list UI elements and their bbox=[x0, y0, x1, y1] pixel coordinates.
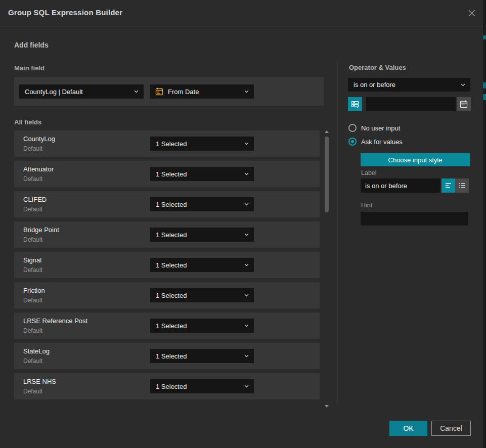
field-sublabel: Default bbox=[23, 145, 42, 152]
field-name: LRSE Reference Post bbox=[23, 317, 87, 325]
value-input[interactable] bbox=[366, 97, 456, 111]
unique-values-button[interactable] bbox=[348, 97, 362, 111]
field-selected-count: 1 Selected bbox=[150, 352, 187, 360]
field-selected-count: 1 Selected bbox=[150, 322, 187, 330]
calendar-picker-button[interactable] bbox=[457, 97, 471, 111]
chevron-down-icon bbox=[244, 233, 249, 236]
field-name: StateLog bbox=[23, 347, 50, 355]
chevron-down-icon bbox=[244, 203, 249, 206]
radio-circle-checked-icon bbox=[348, 138, 357, 146]
field-row: CountyLog Default 1 Selected bbox=[14, 130, 320, 157]
field-name: CountyLog bbox=[23, 135, 55, 143]
main-field-field-dropdown[interactable]: From Date bbox=[150, 84, 254, 99]
field-row: Signal Default 1 Selected bbox=[14, 252, 320, 278]
field-name: Bridge Point bbox=[23, 226, 59, 234]
list-style-icon-button[interactable] bbox=[455, 178, 469, 193]
field-row: StateLog Default 1 Selected bbox=[14, 343, 320, 369]
chevron-down-icon bbox=[244, 172, 249, 175]
field-sublabel: Default bbox=[23, 327, 42, 334]
field-selected-count: 1 Selected bbox=[150, 292, 187, 299]
panel-divider bbox=[337, 60, 337, 405]
field-selected-count: 1 Selected bbox=[150, 201, 187, 208]
field-selected-count: 1 Selected bbox=[150, 140, 187, 148]
field-row: Friction Default 1 Selected bbox=[14, 282, 320, 308]
background-fragment bbox=[483, 82, 486, 88]
chevron-down-icon bbox=[244, 263, 249, 266]
main-field-dataset-value: CountyLog | Default bbox=[19, 88, 83, 96]
field-selection-dropdown[interactable]: 1 Selected bbox=[150, 258, 254, 272]
chevron-down-icon bbox=[244, 90, 249, 93]
field-selected-count: 1 Selected bbox=[150, 170, 187, 178]
field-selection-dropdown[interactable]: 1 Selected bbox=[150, 228, 254, 242]
operator-value: is on or before bbox=[348, 81, 395, 88]
field-list-scrollbar[interactable] bbox=[323, 129, 330, 408]
choose-input-style-button[interactable]: Choose input style bbox=[361, 153, 470, 166]
label-caption: Label bbox=[361, 169, 377, 176]
chevron-down-icon bbox=[461, 83, 465, 86]
scroll-down-icon[interactable] bbox=[325, 405, 329, 408]
ok-button[interactable]: OK bbox=[389, 421, 427, 436]
field-selected-count: 1 Selected bbox=[150, 261, 187, 269]
all-fields-list: CountyLog Default 1 Selected Attenuator … bbox=[14, 130, 320, 404]
label-input[interactable] bbox=[361, 178, 440, 193]
field-selection-dropdown[interactable]: 1 Selected bbox=[150, 167, 254, 181]
field-sublabel: Default bbox=[23, 357, 42, 365]
field-selection-dropdown[interactable]: 1 Selected bbox=[150, 349, 254, 363]
all-fields-label: All fields bbox=[14, 118, 41, 126]
field-row: LRSE Reference Post Default 1 Selected bbox=[14, 312, 320, 339]
chevron-down-icon bbox=[244, 294, 249, 297]
hint-input[interactable] bbox=[361, 212, 468, 226]
scroll-up-icon[interactable] bbox=[325, 130, 329, 133]
scrollbar-thumb[interactable] bbox=[325, 137, 329, 212]
hint-caption: Hint bbox=[361, 202, 372, 209]
field-sublabel: Default bbox=[23, 236, 42, 243]
field-row: LRSE NHS Default 1 Selected bbox=[14, 373, 320, 399]
group-sql-expression-builder-dialog: Group SQL Expression Builder Add fields … bbox=[0, 0, 483, 448]
calendar-icon bbox=[155, 87, 163, 96]
radio-ask-for-values[interactable]: Ask for values bbox=[348, 138, 403, 146]
field-row: CLIFED Default 1 Selected bbox=[14, 191, 320, 217]
chevron-down-icon bbox=[244, 324, 249, 327]
radio-circle-icon bbox=[348, 124, 357, 132]
radio-no-user-input-label: No user input bbox=[361, 124, 400, 132]
main-field-label: Main field bbox=[14, 64, 45, 72]
chevron-down-icon bbox=[244, 385, 249, 388]
field-selection-dropdown[interactable]: 1 Selected bbox=[150, 197, 254, 211]
field-name: CLIFED bbox=[23, 196, 47, 203]
field-row: Bridge Point Default 1 Selected bbox=[14, 221, 320, 248]
main-field-panel: CountyLog | Default From Date bbox=[14, 77, 324, 106]
background-app-strip bbox=[483, 0, 486, 448]
field-selection-dropdown[interactable]: 1 Selected bbox=[150, 137, 254, 151]
background-fragment bbox=[483, 35, 486, 39]
chevron-down-icon bbox=[244, 354, 249, 357]
chevron-down-icon bbox=[244, 142, 249, 145]
field-sublabel: Default bbox=[23, 266, 42, 274]
operator-dropdown[interactable]: is on or before bbox=[348, 78, 470, 92]
text-style-icon-button[interactable] bbox=[441, 178, 455, 193]
field-selection-dropdown[interactable]: 1 Selected bbox=[150, 319, 254, 333]
close-icon[interactable] bbox=[466, 7, 478, 19]
chevron-down-icon bbox=[134, 90, 139, 93]
dialog-title: Group SQL Expression Builder bbox=[8, 8, 122, 17]
field-name: LRSE NHS bbox=[23, 378, 56, 385]
field-sublabel: Default bbox=[23, 388, 42, 395]
field-row: Attenuator Default 1 Selected bbox=[14, 161, 320, 187]
main-field-dataset-dropdown[interactable]: CountyLog | Default bbox=[19, 84, 144, 99]
add-fields-heading: Add fields bbox=[14, 41, 49, 49]
main-field-field-value: From Date bbox=[163, 88, 199, 96]
field-selection-dropdown[interactable]: 1 Selected bbox=[150, 379, 254, 393]
field-sublabel: Default bbox=[23, 206, 42, 213]
field-sublabel: Default bbox=[23, 175, 42, 183]
dialog-titlebar: Group SQL Expression Builder bbox=[0, 0, 483, 26]
operator-values-heading: Operator & Values bbox=[349, 64, 406, 71]
field-selected-count: 1 Selected bbox=[150, 383, 187, 390]
radio-ask-for-values-label: Ask for values bbox=[361, 138, 403, 146]
radio-no-user-input[interactable]: No user input bbox=[348, 124, 400, 132]
background-fragment bbox=[483, 94, 486, 100]
field-name: Friction bbox=[23, 287, 45, 294]
field-sublabel: Default bbox=[23, 297, 42, 304]
field-selection-dropdown[interactable]: 1 Selected bbox=[150, 288, 254, 302]
field-name: Attenuator bbox=[23, 165, 54, 173]
cancel-button[interactable]: Cancel bbox=[431, 421, 471, 436]
field-selected-count: 1 Selected bbox=[150, 231, 187, 239]
